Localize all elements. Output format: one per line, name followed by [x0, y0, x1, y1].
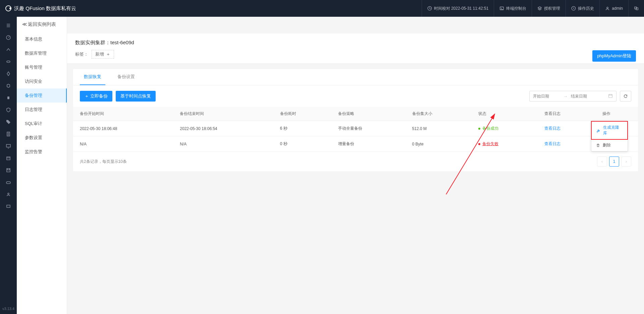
- col-header-4: 备份集大小: [406, 107, 472, 121]
- svg-point-3: [607, 7, 608, 8]
- rail-screen-icon[interactable]: [0, 200, 17, 212]
- refresh-icon: [623, 94, 628, 99]
- date-range-picker[interactable]: →: [529, 91, 616, 102]
- brand-logo-icon: [5, 5, 11, 11]
- rail-menu-icon[interactable]: [0, 19, 17, 32]
- layers-icon: [537, 6, 542, 11]
- backup-table: 备份开始时间备份结束时间备份耗时备份策略备份集大小状态查看日志操作 2022-0…: [73, 107, 638, 152]
- icon-rail: v3.13.4: [0, 17, 17, 314]
- rail-monitor-icon[interactable]: [0, 140, 17, 152]
- page-1-button[interactable]: 1: [609, 156, 619, 167]
- tags-row: 标签： 新增＋: [75, 50, 636, 59]
- cell: N/A: [173, 136, 273, 152]
- col-header-1: 备份结束时间: [173, 107, 273, 121]
- rail-doc-icon[interactable]: [0, 128, 17, 140]
- svg-point-7: [7, 61, 10, 63]
- user-menu[interactable]: admin: [599, 0, 628, 17]
- svg-rect-13: [6, 182, 10, 184]
- clock-icon: [427, 6, 432, 11]
- cell: 0 秒: [273, 136, 331, 152]
- view-log-link[interactable]: 查看日志: [544, 126, 560, 131]
- history-label: 操作历史: [578, 6, 594, 11]
- start-date-input[interactable]: [533, 94, 560, 99]
- cell: 2022-05-30 18:06:48: [73, 121, 173, 136]
- translate-icon: [634, 6, 639, 11]
- toolbar: ＋立即备份 基于时间点恢复 →: [73, 85, 638, 107]
- view-log-link[interactable]: 查看日志: [544, 141, 560, 146]
- time-sync[interactable]: 时间校对 2022-05-31 11:42:51: [422, 0, 494, 17]
- trash-icon: [596, 143, 600, 147]
- col-header-5: 状态: [472, 107, 538, 121]
- rail-compute-icon[interactable]: [0, 44, 17, 56]
- col-header-2: 备份耗时: [273, 107, 331, 121]
- rail-tag-icon[interactable]: [0, 116, 17, 128]
- cell: 手动全量备份: [331, 121, 406, 136]
- status-text[interactable]: 备份失败: [482, 141, 498, 146]
- op-history[interactable]: 操作历史: [566, 0, 599, 17]
- status-cell: 备份成功: [472, 121, 538, 136]
- svg-rect-11: [7, 157, 10, 160]
- rail-shield-icon[interactable]: [0, 104, 17, 116]
- sidemenu-item-8[interactable]: 监控告警: [17, 145, 67, 159]
- action-dropdown: 生成克隆库删除: [591, 121, 628, 151]
- svg-rect-15: [7, 205, 10, 207]
- sidemenu-item-5[interactable]: 日志管理: [17, 103, 67, 117]
- status-dot-icon: [478, 143, 480, 145]
- clone-db-item[interactable]: 生成克隆库: [591, 121, 628, 140]
- terminal-label: 终端控制台: [506, 6, 526, 11]
- rail-dashboard-icon[interactable]: [0, 32, 17, 44]
- history-icon: [571, 6, 576, 11]
- backup-card: 数据恢复 备份设置 ＋立即备份 基于时间点恢复 →: [73, 69, 638, 171]
- sidemenu-item-3[interactable]: 访问安全: [17, 74, 67, 88]
- sidemenu-item-0[interactable]: 基本信息: [17, 32, 67, 46]
- plus-icon: ＋: [106, 51, 110, 57]
- rail-storage-icon[interactable]: [0, 80, 17, 92]
- next-page-button[interactable]: ›: [621, 156, 631, 167]
- svg-point-14: [8, 193, 9, 194]
- sidemenu-item-6[interactable]: SQL审计: [17, 117, 67, 131]
- rail-save-icon[interactable]: [0, 164, 17, 176]
- rail-user-icon[interactable]: [0, 188, 17, 200]
- rail-db-icon[interactable]: [0, 92, 17, 104]
- sidemenu-item-4[interactable]: 备份管理: [17, 88, 67, 103]
- rail-link-icon[interactable]: [0, 56, 17, 68]
- svg-rect-8: [7, 97, 9, 99]
- phpmyadmin-login-button[interactable]: phpMyAdmin登陆: [592, 50, 636, 62]
- status-cell: 备份失败: [472, 136, 538, 152]
- rail-archive-icon[interactable]: [0, 152, 17, 164]
- record-count: 共2条记录，每页显示10条: [80, 159, 127, 165]
- sidemenu-item-1[interactable]: 数据库管理: [17, 46, 67, 60]
- refresh-button[interactable]: [620, 91, 631, 102]
- language-switch[interactable]: [628, 0, 644, 17]
- sidemenu-item-2[interactable]: 账号管理: [17, 60, 67, 74]
- license-mgmt[interactable]: 授权管理: [532, 0, 566, 17]
- tab-backup-settings[interactable]: 备份设置: [113, 69, 139, 85]
- table-footer: 共2条记录，每页显示10条 ‹ 1 ›: [73, 152, 638, 171]
- back-link[interactable]: ≪返回实例列表: [17, 17, 67, 32]
- terminal-icon: [499, 6, 504, 11]
- tab-data-recovery[interactable]: 数据恢复: [80, 69, 105, 85]
- add-tag-button[interactable]: 新增＋: [92, 50, 114, 59]
- delete-item[interactable]: 删除: [591, 139, 628, 151]
- license-label: 授权管理: [544, 6, 560, 11]
- end-date-input[interactable]: [571, 94, 598, 99]
- page-head: 数据实例集群：test-6e09d 标签： 新增＋ phpMyAdmin登陆: [67, 34, 644, 64]
- svg-rect-16: [609, 94, 612, 98]
- cell: 增量备份: [331, 136, 406, 152]
- brand: 沃趣 QFusion 数据库私有云: [0, 5, 82, 12]
- backup-now-button[interactable]: ＋立即备份: [80, 91, 112, 102]
- wrench-icon: [596, 128, 600, 132]
- terminal-console[interactable]: 终端控制台: [494, 0, 532, 17]
- brand-text: 沃趣 QFusion 数据库私有云: [14, 5, 76, 12]
- calendar-icon: [608, 93, 613, 99]
- tabs: 数据恢复 备份设置: [73, 69, 638, 85]
- pitr-button[interactable]: 基于时间点恢复: [116, 91, 156, 102]
- prev-page-button[interactable]: ‹: [597, 156, 607, 167]
- cell: 6 秒: [273, 121, 331, 136]
- cell: 0 Byte: [406, 136, 472, 152]
- rail-game-icon[interactable]: [0, 176, 17, 188]
- user-label: admin: [612, 6, 623, 11]
- top-header: 沃趣 QFusion 数据库私有云 时间校对 2022-05-31 11:42:…: [0, 0, 644, 17]
- rail-cluster-icon[interactable]: [0, 68, 17, 80]
- sidemenu-item-7[interactable]: 参数设置: [17, 131, 67, 145]
